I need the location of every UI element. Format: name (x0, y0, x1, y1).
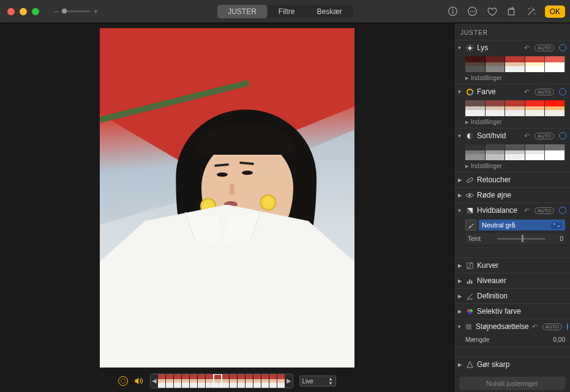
sharpen-icon (465, 360, 474, 369)
color-thumb[interactable] (465, 100, 486, 116)
section-noise-header[interactable]: ▼ Støjnedsættelse ↶ AUTO (454, 319, 570, 334)
frame-thumb[interactable] (238, 374, 246, 388)
tint-slider[interactable]: Teint 0 (465, 233, 565, 244)
reset-noise-icon[interactable]: ↶ (532, 323, 538, 331)
eyedropper-button[interactable] (465, 220, 476, 231)
info-icon[interactable] (447, 6, 459, 18)
fullscreen-window-button[interactable] (32, 8, 39, 15)
bw-thumb[interactable] (505, 144, 525, 160)
noise-amount-row[interactable]: Mængde 0,00 (454, 334, 570, 347)
frame-scrubber[interactable]: ◀ ▶ (150, 374, 293, 388)
section-redeye-header[interactable]: ▶ Røde øjne (454, 188, 570, 202)
color-thumb[interactable] (545, 100, 565, 116)
bw-preview-strip[interactable] (454, 143, 570, 161)
disclosure-down-icon: ▼ (457, 133, 462, 139)
frame-thumb[interactable] (190, 374, 198, 388)
light-thumb[interactable] (505, 56, 525, 72)
svg-line-16 (467, 45, 468, 46)
bw-thumb[interactable] (545, 144, 565, 160)
bw-settings-toggle[interactable]: ▶ Indstillinger (454, 161, 570, 172)
magic-icon[interactable] (525, 6, 538, 18)
frame-thumb[interactable] (198, 374, 206, 388)
tab-filters[interactable]: Filtre (268, 5, 306, 18)
close-window-button[interactable] (7, 8, 15, 15)
frame-thumb[interactable] (246, 374, 253, 388)
reset-bw-icon[interactable]: ↶ (524, 132, 530, 140)
tab-adjust[interactable]: JUSTER (217, 5, 268, 18)
light-thumb[interactable] (525, 56, 546, 72)
prev-frame-button[interactable]: ◀ (151, 374, 158, 388)
enable-light-toggle[interactable] (559, 44, 566, 51)
section-curves-label: Kurver (477, 261, 566, 270)
enable-whitebalance-toggle[interactable] (559, 207, 566, 214)
whitebalance-mode-select[interactable]: Neutral grå ⌃⌄ (479, 220, 565, 231)
reset-light-icon[interactable]: ↶ (524, 44, 530, 52)
tint-thumb[interactable] (522, 235, 523, 242)
live-photo-icon[interactable] (118, 376, 128, 386)
frame-thumb[interactable] (222, 374, 230, 388)
photo-preview[interactable] (100, 28, 354, 368)
frame-thumb[interactable] (166, 374, 174, 388)
frame-thumb[interactable] (206, 374, 214, 388)
done-button[interactable]: OK (545, 6, 565, 18)
frame-thumb[interactable] (277, 374, 285, 388)
reset-all-button[interactable]: Nulstil justeringer (459, 377, 565, 390)
section-light-header[interactable]: ▼ Lys ↶ AUTO (454, 40, 570, 55)
color-thumb[interactable] (525, 100, 546, 116)
section-retouch-header[interactable]: ▶ Retoucher (454, 172, 570, 187)
light-thumb[interactable] (545, 56, 565, 72)
section-whitebalance-header[interactable]: ▼ Hvidbalance ↶ AUTO (454, 203, 570, 218)
frame-thumb-keyframe[interactable] (214, 374, 222, 388)
auto-noise-button[interactable]: AUTO (542, 324, 562, 330)
frame-thumb[interactable] (253, 374, 261, 388)
chevron-right-icon: ▶ (457, 294, 462, 299)
next-frame-button[interactable]: ▶ (285, 374, 293, 388)
zoom-thumb[interactable] (62, 9, 67, 13)
light-preview-strip[interactable] (454, 55, 570, 73)
color-thumb[interactable] (505, 100, 525, 116)
light-settings-toggle[interactable]: ▶ Indstillinger (454, 73, 570, 84)
frame-thumb[interactable] (182, 374, 190, 388)
frame-thumb[interactable] (230, 374, 238, 388)
live-mode-select[interactable]: Live ▲▼ (299, 375, 336, 386)
section-levels-header[interactable]: ▶ Niveauer (454, 273, 570, 288)
frame-thumb[interactable] (269, 374, 277, 388)
section-definition-header[interactable]: ▶ Definition (454, 289, 570, 303)
section-curves-header[interactable]: ▶ Kurver (454, 258, 570, 273)
frame-thumb[interactable] (158, 374, 166, 388)
tab-crop[interactable]: Beskær (306, 5, 353, 18)
section-bw-header[interactable]: ▼ Sort/hvid ↶ AUTO (454, 128, 570, 143)
sound-icon[interactable] (134, 377, 144, 385)
auto-bw-button[interactable]: AUTO (534, 133, 554, 139)
bw-thumb[interactable] (486, 144, 506, 160)
tint-track[interactable] (497, 238, 546, 240)
rotate-icon[interactable] (506, 6, 518, 18)
section-sharpen-header[interactable]: ▶ Gør skarp (454, 357, 570, 372)
zoom-slider[interactable]: − + (54, 7, 98, 16)
enable-bw-toggle[interactable] (559, 132, 566, 139)
reset-color-icon[interactable]: ↶ (524, 88, 530, 96)
bw-thumb[interactable] (525, 144, 546, 160)
section-color-header[interactable]: ▼ Farve ↶ AUTO (454, 84, 570, 99)
enable-color-toggle[interactable] (559, 88, 566, 95)
auto-whitebalance-button[interactable]: AUTO (534, 207, 554, 214)
section-selectivecolor-header[interactable]: ▶ Selektiv farve (454, 304, 570, 319)
enable-noise-toggle[interactable] (567, 323, 568, 330)
frame-thumb[interactable] (174, 374, 182, 388)
frame-thumb[interactable] (261, 374, 269, 388)
zoom-track[interactable] (62, 10, 90, 12)
more-icon[interactable] (467, 6, 479, 18)
light-thumb[interactable] (486, 56, 506, 72)
section-light: ▼ Lys ↶ AUTO ▶ Indstillinger (454, 40, 570, 84)
minimize-window-button[interactable] (20, 8, 27, 15)
auto-color-button[interactable]: AUTO (534, 89, 554, 95)
bw-thumb[interactable] (465, 144, 486, 160)
heart-icon[interactable] (486, 6, 498, 18)
auto-light-button[interactable]: AUTO (534, 45, 554, 51)
svg-rect-23 (467, 177, 473, 183)
color-settings-toggle[interactable]: ▶ Indstillinger (454, 117, 570, 128)
color-thumb[interactable] (486, 100, 506, 116)
reset-whitebalance-icon[interactable]: ↶ (524, 207, 530, 215)
light-thumb[interactable] (465, 56, 486, 72)
color-preview-strip[interactable] (454, 99, 570, 117)
